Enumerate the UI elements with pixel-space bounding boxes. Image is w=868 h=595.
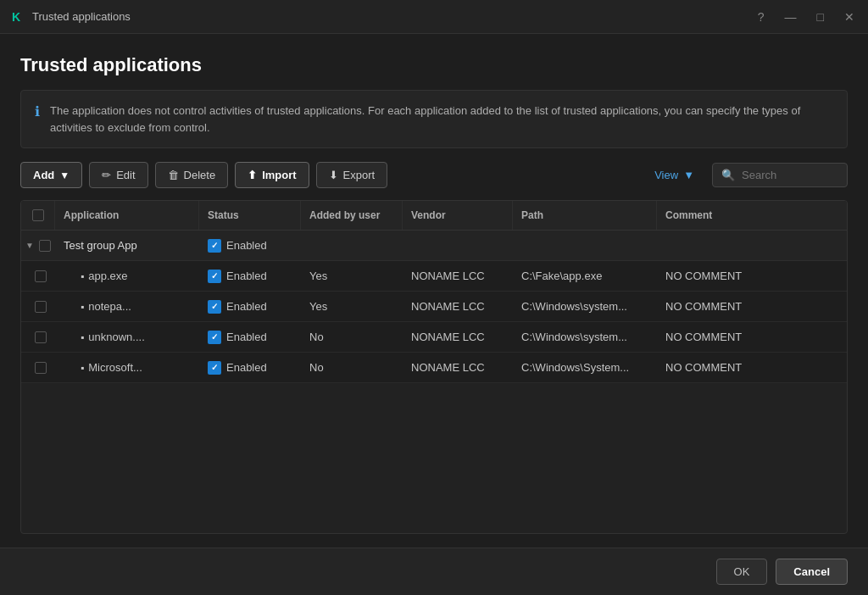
group-status-cell: Enabled [199, 231, 301, 260]
add-label: Add [33, 169, 54, 181]
edit-label: Edit [116, 169, 135, 181]
row-checkbox-cell [21, 353, 55, 382]
group-status: Enabled [208, 239, 267, 253]
export-icon: ⬇ [329, 169, 338, 181]
row-checkbox-cell [21, 322, 55, 352]
add-chevron-icon: ▼ [59, 170, 70, 181]
toolbar: Add ▼ ✏ Edit 🗑 Delete ⬆ Import ⬇ Export … [20, 162, 848, 188]
row-status-icon-3 [208, 361, 221, 375]
table-row: ▪ Microsoft... Enabled No NONAME LCC C:\… [21, 353, 847, 383]
row-comment-2: NO COMMENT [657, 322, 847, 352]
maximize-button[interactable]: □ [814, 8, 827, 26]
help-button[interactable]: ? [754, 8, 768, 26]
group-comment-cell [657, 231, 847, 260]
row-status-0: Enabled [199, 261, 301, 291]
row-comment-3: NO COMMENT [657, 353, 847, 382]
group-name: Test group App [64, 239, 137, 252]
edit-button[interactable]: ✏ Edit [89, 162, 147, 188]
row-added-0: Yes [301, 261, 403, 291]
applications-table: Application Status Added by user Vendor … [20, 200, 848, 534]
info-text: The application does not control activit… [50, 103, 833, 136]
header-checkbox-cell [21, 201, 55, 230]
row-status-icon-2 [208, 331, 221, 344]
row-status-icon-0 [208, 270, 221, 283]
row-application-1: ▪ notepa... [55, 292, 199, 321]
row-checkbox-2[interactable] [35, 331, 47, 343]
import-icon: ⬆ [248, 169, 257, 181]
row-checkbox-cell [21, 292, 55, 321]
titlebar: K Trusted applications ? — □ ✕ [0, 0, 868, 34]
window-controls: ? — □ ✕ [754, 8, 858, 26]
row-status-icon-1 [208, 300, 221, 314]
header-path: Path [513, 201, 657, 230]
close-button[interactable]: ✕ [841, 8, 858, 26]
delete-button[interactable]: 🗑 Delete [155, 162, 229, 188]
table-rows: ▪ app.exe Enabled Yes NONAME LCC C:\Fake… [21, 261, 847, 383]
row-vendor-3: NONAME LCC [403, 353, 513, 382]
row-application-2: ▪ unknown.... [55, 322, 199, 352]
group-row: ▼ Test group App Enabled [21, 231, 847, 261]
app-icon-3: ▪ [81, 362, 84, 374]
ok-button[interactable]: OK [716, 559, 768, 585]
row-added-1: Yes [301, 292, 403, 321]
row-path-2: C:\Windows\system... [513, 322, 657, 352]
export-button[interactable]: ⬇ Export [316, 162, 388, 188]
row-path-0: C:\Fake\app.exe [513, 261, 657, 291]
row-path-3: C:\Windows\System... [513, 353, 657, 382]
select-all-checkbox[interactable] [32, 209, 44, 221]
search-box[interactable]: 🔍 [712, 163, 848, 187]
row-status-2: Enabled [199, 322, 301, 352]
export-label: Export [343, 169, 376, 181]
group-checkbox[interactable] [39, 240, 51, 252]
header-vendor: Vendor [403, 201, 513, 230]
page-title: Trusted applications [20, 54, 848, 76]
app-icon-2: ▪ [81, 331, 84, 343]
delete-label: Delete [184, 169, 216, 181]
row-application-3: ▪ Microsoft... [55, 353, 199, 382]
table-header: Application Status Added by user Vendor … [21, 201, 847, 231]
row-status-1: Enabled [199, 292, 301, 321]
row-vendor-1: NONAME LCC [403, 292, 513, 321]
collapse-icon: ▼ [25, 241, 34, 250]
table-row: ▪ notepa... Enabled Yes NONAME LCC C:\Wi… [21, 292, 847, 322]
table-body: ▼ Test group App Enabled [21, 231, 847, 533]
header-status: Status [199, 201, 301, 230]
header-application: Application [55, 201, 199, 230]
group-name-cell: Test group App [55, 231, 199, 260]
row-checkbox-3[interactable] [35, 362, 47, 374]
row-status-3: Enabled [199, 353, 301, 382]
delete-icon: 🗑 [168, 169, 179, 181]
search-icon: 🔍 [721, 169, 735, 181]
row-comment-0: NO COMMENT [657, 261, 847, 291]
view-label: View [654, 169, 678, 181]
row-comment-1: NO COMMENT [657, 292, 847, 321]
row-path-1: C:\Windows\system... [513, 292, 657, 321]
group-status-check-icon [208, 239, 221, 253]
row-checkbox-1[interactable] [35, 301, 47, 313]
minimize-button[interactable]: — [782, 8, 800, 26]
app-icon-0: ▪ [81, 270, 84, 282]
edit-icon: ✏ [102, 169, 111, 181]
row-checkbox-0[interactable] [35, 270, 47, 282]
cancel-button[interactable]: Cancel [776, 559, 848, 585]
row-checkbox-cell [21, 261, 55, 291]
group-expand-cell[interactable]: ▼ [21, 231, 55, 260]
bottom-bar: OK Cancel [0, 548, 868, 595]
view-button[interactable]: View ▼ [643, 162, 705, 188]
import-button[interactable]: ⬆ Import [235, 162, 309, 188]
info-banner: ℹ The application does not control activ… [20, 90, 848, 148]
header-added-by-user: Added by user [301, 201, 403, 230]
import-label: Import [262, 169, 296, 181]
group-vendor-cell [403, 231, 513, 260]
row-application-0: ▪ app.exe [55, 261, 199, 291]
row-added-3: No [301, 353, 403, 382]
row-vendor-0: NONAME LCC [403, 261, 513, 291]
row-added-2: No [301, 322, 403, 352]
table-row: ▪ unknown.... Enabled No NONAME LCC C:\W… [21, 322, 847, 353]
info-icon: ℹ [35, 103, 40, 120]
main-content: Trusted applications ℹ The application d… [0, 34, 868, 548]
search-input[interactable] [742, 169, 838, 181]
group-path-cell [513, 231, 657, 260]
add-button[interactable]: Add ▼ [20, 162, 82, 188]
header-comment: Comment [657, 201, 847, 230]
